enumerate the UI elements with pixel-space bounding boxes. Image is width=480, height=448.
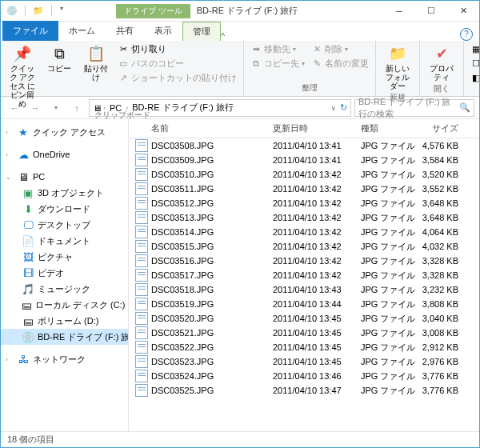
col-name[interactable]: 名前 [129,122,273,134]
file-row[interactable]: DSC03516.JPG2011/04/10 13:42JPG ファイル3,32… [129,254,479,268]
nav-onedrive[interactable]: ›☁OneDrive [1,146,128,162]
file-row[interactable]: DSC03523.JPG2011/04/10 13:45JPG ファイル2,97… [129,354,479,369]
file-name: DSC03510.JPG [151,170,214,179]
col-size[interactable]: サイズ [417,122,465,134]
tab-manage[interactable]: 管理 [182,22,221,41]
close-button[interactable]: ✕ [447,1,479,22]
nav-pc[interactable]: ⌄🖥PC [1,169,128,185]
col-type[interactable]: 種類 [361,122,417,134]
newfolder-button[interactable]: 📁新しい フォルダー [381,42,414,92]
selectinvert-button[interactable]: ◧選択の切り替え [469,71,480,85]
cut-button[interactable]: ✂切り取り [116,42,238,56]
help-icon[interactable]: ? [460,28,473,41]
nav-downloads[interactable]: ⬇ダウンロード [1,201,128,217]
selectall-button[interactable]: ▦すべて選択 [469,42,480,56]
file-row[interactable]: DSC03512.JPG2011/04/10 13:42JPG ファイル3,64… [129,196,479,210]
group-open: 開く [425,83,458,95]
group-organize: 整理 [249,82,370,94]
file-row[interactable]: DSC03508.JPG2011/04/10 13:41JPG ファイル4,57… [129,138,479,153]
selectnone-button[interactable]: ☐選択解除 [469,57,480,70]
tab-file[interactable]: ファイル [2,21,58,41]
file-date: 2011/04/10 13:42 [273,184,361,194]
chevron-right-icon[interactable]: › [6,151,14,158]
column-headers[interactable]: 名前 更新日時 種類 サイズ [129,119,479,138]
file-row[interactable]: DSC03518.JPG2011/04/10 13:43JPG ファイル3,23… [129,282,479,297]
nav-back-button[interactable]: ← [6,99,23,117]
nav-recent-button[interactable]: ▾ [47,99,65,117]
nav-desktop[interactable]: 🖵デスクトップ [1,217,128,233]
file-row[interactable]: DSC03515.JPG2011/04/10 13:42JPG ファイル4,03… [129,239,479,254]
pasteshortcut-button[interactable]: ↗ショートカットの貼り付け [116,71,238,85]
refresh-icon[interactable]: ↻ [340,102,347,113]
paste-button[interactable]: 📋貼り付け [79,42,113,83]
nav-vold[interactable]: 🖴ボリューム (D:) [1,313,128,329]
jpg-file-icon [135,139,148,152]
file-type: JPG ファイル [361,385,417,397]
file-row[interactable]: DSC03509.JPG2011/04/10 13:41JPG ファイル3,58… [129,153,479,167]
chevron-right-icon[interactable]: › [6,356,14,363]
file-type: JPG ファイル [361,226,417,238]
nav-documents[interactable]: 📄ドキュメント [1,233,128,249]
file-row[interactable]: DSC03522.JPG2011/04/10 13:45JPG ファイル2,91… [129,340,479,354]
nav-music[interactable]: 🎵ミュージック [1,281,128,297]
nav-pictures[interactable]: 🖼ピクチャ [1,249,128,265]
nav-quickaccess[interactable]: ›★クイック アクセス [1,124,128,140]
delete-button[interactable]: ✕削除▾ [310,42,370,56]
ribbon-expand-icon[interactable]: ^ [221,31,225,41]
file-row[interactable]: DSC03514.JPG2011/04/10 13:42JPG ファイル4,06… [129,225,479,239]
tab-view[interactable]: 表示 [144,21,182,41]
pin-icon: 📌 [13,44,32,63]
maximize-button[interactable]: ☐ [415,1,447,22]
minimize-button[interactable]: ─ [383,1,415,22]
crumb-pc[interactable]: PC [107,103,124,113]
nav-forward-button[interactable]: → [26,99,44,117]
file-type: JPG ファイル [361,270,417,282]
file-date: 2011/04/10 13:42 [273,270,361,280]
properties-icon: ✔ [432,44,451,63]
nav-bdre[interactable]: 💿BD-RE ドライブ (F:) 旅行 [1,329,128,345]
chevron-right-icon[interactable]: › [103,104,106,112]
file-size: 3,328 KB [417,256,465,266]
nav-localc[interactable]: 🖴ローカル ディスク (C:) [1,297,128,313]
file-row[interactable]: DSC03525.JPG2011/04/10 13:47JPG ファイル3,77… [129,383,479,398]
file-row[interactable]: DSC03520.JPG2011/04/10 13:45JPG ファイル3,04… [129,311,479,326]
chevron-down-icon[interactable]: ⌄ [6,174,14,181]
copy-button[interactable]: ⧉コピー [42,42,76,74]
file-row[interactable]: DSC03513.JPG2011/04/10 13:42JPG ファイル3,64… [129,210,479,225]
file-row[interactable]: DSC03517.JPG2011/04/10 13:42JPG ファイル3,32… [129,268,479,282]
nav-videos[interactable]: 🎞ビデオ [1,265,128,281]
col-date[interactable]: 更新日時 [273,122,361,134]
chevron-right-icon[interactable]: › [6,129,14,136]
chevron-right-icon[interactable]: › [126,104,128,112]
file-date: 2011/04/10 13:42 [273,242,361,251]
addr-dropdown-icon[interactable]: v [332,104,336,112]
copypath-button[interactable]: ▭パスのコピー [116,57,238,70]
file-size: 4,576 KB [417,141,465,150]
moveto-button[interactable]: ➡移動先▾ [249,42,306,56]
rename-button[interactable]: ✎名前の変更 [310,57,370,70]
nav-3dobjects[interactable]: ▣3D オブジェクト [1,185,128,201]
tab-share[interactable]: 共有 [106,21,144,41]
file-row[interactable]: DSC03510.JPG2011/04/10 13:42JPG ファイル3,52… [129,167,479,182]
file-size: 3,520 KB [417,170,465,179]
file-name: DSC03521.JPG [151,328,214,338]
properties-button[interactable]: ✔プロパティ [425,42,458,83]
crumb-drive[interactable]: BD-RE ドライブ (F:) 旅行 [130,102,236,114]
file-row[interactable]: DSC03524.JPG2011/04/10 13:46JPG ファイル3,77… [129,369,479,383]
file-date: 2011/04/10 13:41 [273,155,361,165]
video-icon: 🎞 [22,266,34,279]
breadcrumb[interactable]: 🖥 › PC › BD-RE ドライブ (F:) 旅行 v ↻ [89,99,351,117]
nav-network[interactable]: ›🖧ネットワーク [1,351,128,367]
file-row[interactable]: DSC03521.JPG2011/04/10 13:45JPG ファイル3,00… [129,326,479,340]
moveto-icon: ➡ [250,44,262,55]
jpg-file-icon [135,298,148,310]
nav-up-button[interactable]: ↑ [68,99,86,117]
copyto-button[interactable]: ⧉コピー先▾ [249,57,306,70]
file-row[interactable]: DSC03519.JPG2011/04/10 13:44JPG ファイル3,80… [129,297,479,311]
window-title: BD-RE ドライブ (F:) 旅行 [197,5,298,17]
tab-home[interactable]: ホーム [58,21,106,41]
qat-dropdown[interactable]: ▾ [60,5,63,18]
file-row[interactable]: DSC03511.JPG2011/04/10 13:42JPG ファイル3,55… [129,182,479,196]
search-input[interactable]: BD-RE ドライブ (F:) 旅行の検索🔍 [354,99,474,117]
jpg-file-icon [135,370,148,382]
